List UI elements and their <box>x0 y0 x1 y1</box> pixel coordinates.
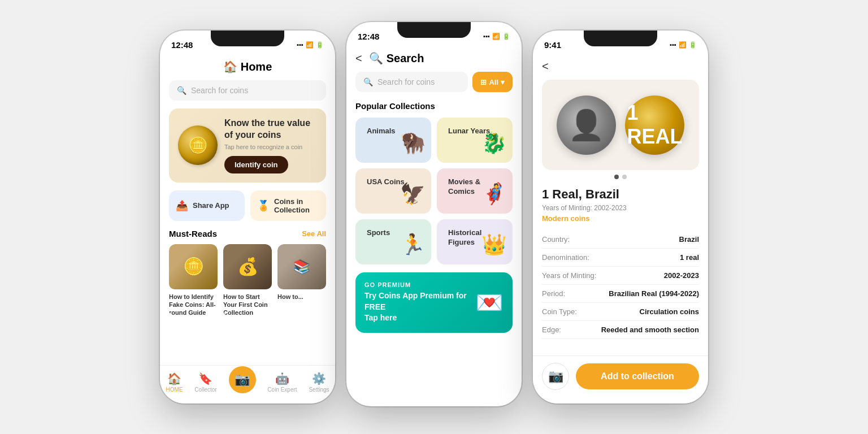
detail-key-years: Years of Minting: <box>542 271 596 280</box>
collection-lunar-years[interactable]: Lunar Years 🐉 <box>437 118 513 163</box>
detail-row-years: Years of Minting: 2002-2023 <box>542 267 699 285</box>
detail-value-country: Brazil <box>679 235 699 244</box>
home-nav-icon: 🏠 <box>223 60 237 73</box>
detail-row-coin-type: Coin Type: Circulation coins <box>542 303 699 321</box>
detail-row-country: Country: Brazil <box>542 231 699 249</box>
hero-subtext: Tap here to recognize a coin <box>224 144 317 150</box>
detail-value-years: 2002-2023 <box>664 271 699 280</box>
popular-collections-title: Popular Collections <box>355 101 513 111</box>
collection-historical[interactable]: Historical Figures 👑 <box>437 219 513 264</box>
nav-expert-label: Coin Expert <box>267 387 297 393</box>
search-placeholder-text: Search for coins <box>377 77 435 86</box>
article-image-1: 🪙 <box>169 244 218 289</box>
detail-row-edge: Edge: Reeded and smooth section <box>542 321 699 339</box>
filter-button[interactable]: ⊞ All ▾ <box>472 72 513 92</box>
premium-line2: Tap here <box>364 313 475 324</box>
article-title-2: How to Start Your First Coin Collection <box>223 293 272 317</box>
share-app-card[interactable]: 📤 Share App <box>169 190 245 221</box>
detail-row-denomination: Denomination: 1 real <box>542 249 699 267</box>
search-input-row: 🔍 Search for coins ⊞ All ▾ <box>355 72 513 92</box>
hero-headline: Know the true value of your coins <box>224 118 317 141</box>
detail-value-type: Circulation coins <box>640 307 699 316</box>
nav-settings[interactable]: ⚙️ Settings <box>309 372 329 393</box>
coins-label: Coins in Collection <box>274 197 319 214</box>
coin-face-icon: 👤 <box>568 108 605 142</box>
collection-animals[interactable]: Animals 🦬 <box>355 118 431 163</box>
nav-collector-icon: 🔖 <box>198 372 212 385</box>
add-to-collection-button[interactable]: Add to collection <box>576 363 699 389</box>
nav-camera-button[interactable]: 📷 <box>229 366 256 393</box>
chevron-down-icon: ▾ <box>501 78 505 86</box>
coin-detail-title: 1 Real, Brazil <box>542 187 699 202</box>
coin-detail-tag[interactable]: Modern coins <box>542 214 699 223</box>
filter-icon: ⊞ <box>480 78 487 86</box>
collection-label-historical: Historical Figures <box>442 224 513 252</box>
dot-2[interactable] <box>622 175 627 179</box>
camera-icon: 📷 <box>235 372 250 387</box>
premium-text: GO PREMIUM Try Coins App Premium for FRE… <box>364 281 475 324</box>
collection-usa-coins[interactable]: USA Coins 🦅 <box>355 168 431 214</box>
action-row: 📤 Share App 🏅 Coins in Collection <box>169 190 326 221</box>
nav-collector[interactable]: 🔖 Collector <box>194 372 216 393</box>
collection-sports[interactable]: Sports 🏃 <box>355 219 431 264</box>
must-reads-title: Must-Reads <box>169 229 217 238</box>
phone-search: 12:48 ▪▪▪ 📶 🔋 < 🔍 Search 🔍 Search for co… <box>346 22 522 406</box>
article-card-3[interactable]: 📚 How to... <box>277 244 326 317</box>
battery-icon: 🔋 <box>316 41 324 49</box>
coin-text-icon: 1REAL <box>627 101 683 149</box>
camera-scan-button[interactable]: 📷 <box>542 363 569 390</box>
detail-header: < <box>542 55 699 80</box>
nav-home[interactable]: 🏠 HOME <box>166 372 183 393</box>
article-card-1[interactable]: 🪙 How to Identify Fake Coins: All-round … <box>169 244 218 317</box>
detail-key-period: Period: <box>542 289 565 298</box>
phone-detail: 9:41 ▪▪▪ 📶 🔋 < 👤 1REAL <box>533 31 708 403</box>
nav-coin-expert[interactable]: 🤖 Coin Expert <box>267 372 297 393</box>
phone-home: 12:48 ▪▪▪ 📶 🔋 🏠 Home 🔍 Search for coins … <box>160 31 335 403</box>
see-all-link[interactable]: See All <box>302 229 326 238</box>
coin-detail-years: Years of Minting: 2002-2023 <box>542 204 699 212</box>
status-icons-3: ▪▪▪ 📶 🔋 <box>670 41 697 49</box>
filter-label: All <box>489 78 498 86</box>
share-label: Share App <box>193 201 229 210</box>
detail-key-type: Coin Type: <box>542 307 577 316</box>
search-page-title: 🔍 Search <box>369 51 424 65</box>
hero-coin-image: 🪙 <box>178 125 218 165</box>
nav-home-icon: 🏠 <box>167 372 181 385</box>
bottom-nav-home: 🏠 HOME 🔖 Collector 📷 🤖 Coin Expert ⚙️ Se… <box>160 365 335 403</box>
article-image-3: 📚 <box>277 244 326 289</box>
dot-1[interactable] <box>614 175 619 179</box>
notch-3 <box>584 31 657 46</box>
coins-collection-card[interactable]: 🏅 Coins in Collection <box>250 190 326 221</box>
notch-2 <box>397 22 471 38</box>
article-title-3: How to... <box>277 293 326 301</box>
battery-icon-2: 🔋 <box>502 33 510 40</box>
hero-text: Know the true value of your coins Tap he… <box>224 118 317 173</box>
collection-label-animals: Animals <box>361 122 401 141</box>
search-input[interactable]: 🔍 Search for coins <box>355 72 468 92</box>
premium-banner[interactable]: GO PREMIUM Try Coins App Premium for FRE… <box>355 272 513 333</box>
coins-icon: 🏅 <box>257 199 270 212</box>
premium-tag: GO PREMIUM <box>364 281 475 288</box>
nav-settings-label: Settings <box>309 387 329 393</box>
collection-label-sports: Sports <box>361 224 396 242</box>
back-button[interactable]: < <box>355 52 362 65</box>
signal-icon-2: ▪▪▪ <box>483 33 490 40</box>
identify-coin-button[interactable]: Identify coin <box>224 156 288 173</box>
battery-icon-3: 🔋 <box>689 41 697 49</box>
article-image-2: 💰 <box>223 244 272 289</box>
home-header: 🏠 Home <box>169 55 326 80</box>
articles-row: 🪙 How to Identify Fake Coins: All-round … <box>169 244 326 317</box>
collection-movies-comics[interactable]: Movies & Comics 🦸 <box>437 168 513 214</box>
premium-icon: 💌 <box>475 289 504 316</box>
detail-value-denomination: 1 real <box>680 253 699 262</box>
detail-row-period: Period: Brazilian Real (1994-2022) <box>542 285 699 303</box>
search-icon-2: 🔍 <box>363 77 373 86</box>
article-card-2[interactable]: 💰 How to Start Your First Coin Collectio… <box>223 244 272 317</box>
wifi-icon-2: 📶 <box>492 33 500 40</box>
detail-back-button[interactable]: < <box>542 60 549 73</box>
home-search-bar[interactable]: 🔍 Search for coins <box>169 80 326 101</box>
collection-label-usa: USA Coins <box>361 173 410 192</box>
collection-img-sports: 🏃 <box>394 225 431 264</box>
must-reads-header: Must-Reads See All <box>169 229 326 238</box>
premium-line1: Try Coins App Premium for FREE <box>364 290 475 313</box>
